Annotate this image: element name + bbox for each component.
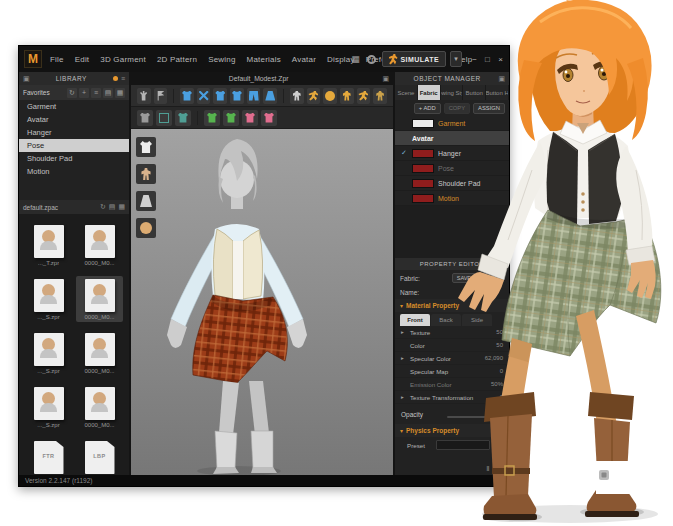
watermark-tag: [596, 461, 633, 494]
library-dock-icon[interactable]: ▣: [23, 75, 30, 83]
avatar-folder-icon: [34, 279, 64, 312]
avatar-folder-icon: [85, 333, 115, 366]
avatar-folder-icon: [34, 387, 64, 420]
menu-3d-garment[interactable]: 3D Garment: [100, 55, 146, 64]
hand-tool[interactable]: [137, 88, 151, 104]
avatar-walk-tool[interactable]: [357, 88, 371, 104]
menu-sewing[interactable]: Sewing: [208, 55, 235, 64]
refresh-icon[interactable]: ↻: [67, 88, 77, 98]
shirt-pink-tool-2[interactable]: [261, 110, 277, 126]
library-item-shoulder-pad[interactable]: Shoulder Pad: [19, 152, 129, 165]
scissors-tool[interactable]: [197, 88, 211, 104]
library-status-dot: [113, 76, 118, 81]
tshirt-pair-tool[interactable]: [213, 88, 227, 104]
thumbnail-item[interactable]: FTR..._S.zpr: [25, 438, 72, 475]
app-logo: M: [24, 50, 42, 68]
thumbnail-item[interactable]: LBP0000_M0...: [76, 438, 123, 475]
library-item-hanger[interactable]: Hanger: [19, 126, 129, 139]
list-view-icon[interactable]: ▤: [103, 88, 113, 98]
pants-tool[interactable]: [247, 88, 261, 104]
thumbnail-item[interactable]: ..._S.zpr: [25, 330, 72, 376]
avatar-folder-icon: [85, 225, 115, 258]
3d-avatar-model[interactable]: [131, 129, 393, 475]
pin-tool[interactable]: [154, 88, 168, 104]
3d-viewport[interactable]: [131, 129, 393, 475]
skirt-tool[interactable]: [263, 88, 277, 104]
edit-icon[interactable]: ≡: [91, 88, 101, 98]
library-list: Garment Avatar Hanger Pose Shoulder Pad …: [19, 100, 129, 178]
thumbnail-item[interactable]: 0000_M0...: [76, 222, 123, 268]
library-item-garment[interactable]: Garment: [19, 100, 129, 113]
collapse-arrow-icon: ▾: [400, 302, 403, 309]
shirt-teal-tool[interactable]: [175, 110, 191, 126]
file-icon: FTR: [34, 441, 64, 474]
menu-edit[interactable]: Edit: [75, 55, 90, 64]
fabric-label: Fabric:: [400, 275, 420, 282]
character-left-boot: [483, 392, 537, 520]
pack-header: default.zpac ↻ ▤ ▦: [19, 200, 129, 214]
library-panel: ▣ LIBRARY ≡ Favorites ↻ + ≡ ▤ ▦ Garment …: [19, 72, 131, 475]
menu-avatar[interactable]: Avatar: [292, 55, 316, 64]
avatar-sphere-tool[interactable]: [323, 88, 337, 104]
thumbnail-grid: ..._T.zpr 0000_M0... ..._S.zpr 0000_M0..…: [19, 214, 129, 475]
screenshot-stage: M File Edit 3D Garment 2D Pattern Sewing…: [0, 0, 673, 526]
thumbnail-item[interactable]: 0000_M0...: [76, 384, 123, 430]
pattern-view-toggle[interactable]: [136, 191, 156, 211]
document-tab[interactable]: Default_Modest.Zpr: [135, 75, 382, 82]
viewport-toolbar-2: [131, 107, 393, 129]
thumbnail-item[interactable]: ..._T.zpr: [25, 222, 72, 268]
garment-tool[interactable]: [180, 88, 194, 104]
grid-mode-icon[interactable]: ▦: [118, 203, 125, 211]
shirt-gray-tool[interactable]: [137, 110, 153, 126]
menu-materials[interactable]: Materials: [247, 55, 281, 64]
avatar-folder-icon: [34, 333, 64, 366]
list-mode-icon[interactable]: ▤: [109, 203, 116, 211]
viewport-side-strip: [136, 137, 156, 238]
sync-icon[interactable]: ↻: [100, 203, 106, 211]
pack-title: default.zpac: [23, 204, 97, 211]
cube-teal-tool[interactable]: [156, 110, 172, 126]
thumbnail-item[interactable]: ..._S.zpr: [25, 276, 72, 322]
name-label: Name:: [400, 289, 419, 296]
favorites-label: Favorites: [23, 89, 65, 96]
shirt-green-tool-2[interactable]: [223, 110, 239, 126]
tshirt-flip-tool[interactable]: [230, 88, 244, 104]
avatar-folder-icon: [85, 387, 115, 420]
tab-scene[interactable]: Scene: [395, 85, 418, 100]
check-icon: ✓: [401, 149, 408, 157]
store-icon[interactable]: ▦: [350, 53, 362, 65]
add-icon[interactable]: +: [79, 88, 89, 98]
thumbnail-item[interactable]: 0000_M0...: [76, 330, 123, 376]
avatar-view-toggle[interactable]: [136, 164, 156, 184]
thumbnail-item[interactable]: ..._S.zpr: [25, 384, 72, 430]
avatar-folder-icon: [34, 225, 64, 258]
grid-view-icon[interactable]: ▦: [115, 88, 125, 98]
thumbnail-item-selected[interactable]: 0000_M0...: [76, 276, 123, 322]
sphere-view-toggle[interactable]: [136, 218, 156, 238]
library-item-pose[interactable]: Pose: [19, 139, 129, 152]
menu-2d-pattern[interactable]: 2D Pattern: [157, 55, 197, 64]
shirt-pink-tool-1[interactable]: [242, 110, 258, 126]
rendered-character: [420, 0, 673, 526]
library-item-motion[interactable]: Motion: [19, 165, 129, 178]
settings-gear-icon[interactable]: [366, 53, 378, 65]
file-icon: LBP: [85, 441, 115, 474]
simulate-run-icon: [389, 54, 398, 65]
avatar-stand-tool[interactable]: [340, 88, 354, 104]
avatar-sit-tool[interactable]: [373, 88, 387, 104]
viewport-column: Default_Modest.Zpr ▣: [131, 72, 393, 475]
version-text: Version 2.2.147 (r1192): [25, 477, 92, 484]
shirt-green-tool-1[interactable]: [204, 110, 220, 126]
avatar-show-tool[interactable]: [290, 88, 304, 104]
viewport-dock-icon[interactable]: ▣: [382, 75, 389, 83]
character-left-hand: [458, 272, 504, 312]
avatar-folder-icon: [85, 279, 115, 312]
library-title: LIBRARY: [33, 75, 110, 82]
menu-file[interactable]: File: [50, 55, 64, 64]
library-item-avatar[interactable]: Avatar: [19, 113, 129, 126]
document-tab-bar: Default_Modest.Zpr ▣: [131, 72, 393, 85]
collapse-arrow-icon: ▾: [400, 427, 403, 434]
avatar-run-tool[interactable]: [307, 88, 321, 104]
library-menu-icon[interactable]: ≡: [121, 75, 125, 82]
garment-view-toggle[interactable]: [136, 137, 156, 157]
